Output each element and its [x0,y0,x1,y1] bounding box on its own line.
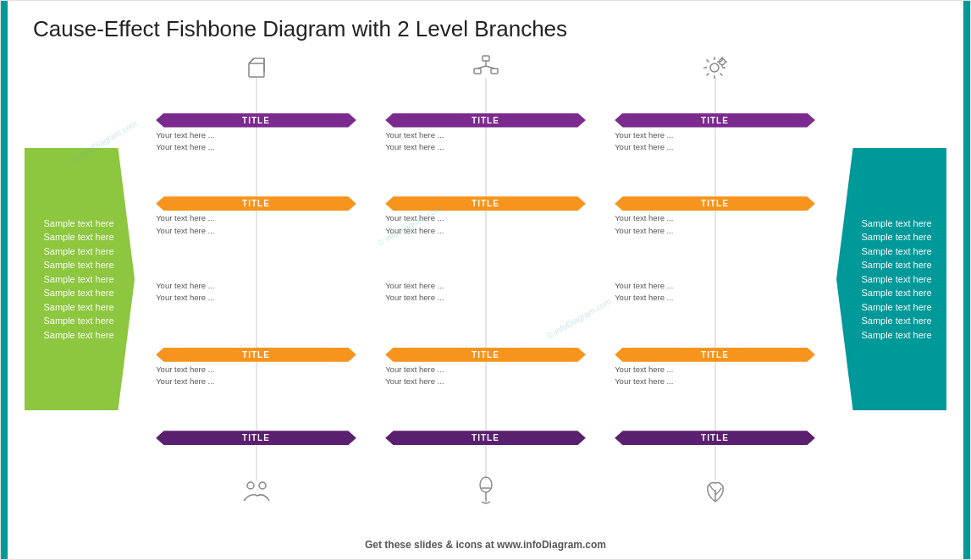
leaf-icon [698,474,732,508]
col3-lines2: Your text here ... Your text here ... [615,212,815,237]
col3-badge4: TITLE [615,348,815,362]
col1-sec4: TITLE Your text here ... Your text here … [145,348,367,388]
col2-badge5: TITLE [385,431,586,445]
col1-lines1: Your text here ... Your text here ... [156,129,356,154]
col1-sec1: TITLE Your text here ... Your text here … [145,113,367,154]
col2-sec3: Your text here ... Your text here ... [374,280,597,305]
col2-sec5: TITLE [374,431,597,445]
footer-brand: infoDiagram [523,539,582,551]
right-arrow-icon [878,106,905,139]
hierarchy-icon [469,51,503,85]
col3-sec5: TITLE [604,431,826,445]
col2-lines3: Your text here ... Your text here ... [385,280,586,305]
col3-lines1: Your text here ... Your text here ... [615,129,815,154]
slide-title: Cause-Effect Fishbone Diagram with 2 Lev… [33,16,946,42]
svg-rect-2 [249,63,264,77]
svg-rect-8 [491,69,498,74]
svg-point-12 [480,477,492,492]
col3-sec4: TITLE Your text here ... Your text here … [604,348,826,388]
col3-sec1: TITLE Your text here ... Your text here … [604,113,826,154]
svg-line-10 [477,66,486,69]
fish-col-1: TITLE Your text here ... Your text here … [141,51,371,508]
col1-lines2: Your text here ... Your text here ... [156,212,356,237]
col2-content: TITLE Your text here ... Your text here … [371,88,600,470]
left-accent [1,1,8,559]
col1-content: TITLE Your text here ... Your text here … [141,88,371,470]
col3-content: TITLE Your text here ... Your text here … [600,88,830,470]
right-chevron-text: Sample text here Sample text here Sample… [836,217,946,343]
svg-point-4 [247,482,254,489]
svg-point-15 [710,63,719,72]
col1-lines3: Your text here ... Your text here ... [156,280,356,305]
col3-badge2: TITLE [615,196,815,211]
footer-prefix: Get these slides & icons at www. [365,539,523,551]
col2-lines4: Your text here ... Your text here ... [385,364,586,388]
svg-point-5 [259,482,266,489]
fishbone-cols: TITLE Your text here ... Your text here … [141,51,830,508]
col1-badge2: TITLE [156,196,356,211]
svg-rect-7 [474,69,481,74]
col1-lines4: Your text here ... Your text here ... [156,364,356,388]
col1-sec5: TITLE [145,431,367,445]
col2-sec2: TITLE Your text here ... Your text here … [374,196,597,237]
col3-lines4: Your text here ... Your text here ... [615,364,815,388]
col2-lines1: Your text here ... Your text here ... [385,129,586,154]
svg-rect-18 [881,109,898,129]
col3-badge1: TITLE [615,113,815,128]
people-icon [240,474,273,508]
diagram: Sample text here Sample text here Sample… [25,51,946,508]
left-chevron: Sample text here Sample text here Sample… [25,148,135,410]
cube-icon [240,51,273,85]
col3-sec2: TITLE Your text here ... Your text here … [604,196,826,237]
col2-badge4: TITLE [385,348,586,362]
right-chevron: Sample text here Sample text here Sample… [836,148,946,410]
tool-icon [469,474,503,508]
col1-sec2: TITLE Your text here ... Your text here … [145,196,367,237]
footer-suffix: .com [582,539,606,551]
left-arrow-icon [66,106,93,139]
col3-lines3: Your text here ... Your text here ... [615,280,815,305]
right-accent [963,1,970,559]
col1-badge5: TITLE [156,431,356,445]
svg-line-3 [249,58,254,63]
col1-badge1: TITLE [156,113,356,128]
gear-icon [698,51,732,85]
col1-badge4: TITLE [156,348,356,362]
svg-line-11 [486,66,494,69]
col2-lines2: Your text here ... Your text here ... [385,212,586,237]
fish-col-2: TITLE Your text here ... Your text here … [371,51,600,508]
col2-badge2: TITLE [385,196,586,211]
col2-sec4: TITLE Your text here ... Your text here … [374,348,597,388]
svg-rect-6 [483,56,489,61]
fish-col-3: TITLE Your text here ... Your text here … [600,51,830,508]
left-chevron-text: Sample text here Sample text here Sample… [25,217,135,343]
footer: Get these slides & icons at www.infoDiag… [365,539,606,551]
col1-sec3: Your text here ... Your text here ... [145,280,367,305]
svg-rect-0 [69,109,86,129]
col3-sec3: Your text here ... Your text here ... [604,280,826,305]
col2-badge1: TITLE [385,113,586,128]
col2-sec1: TITLE Your text here ... Your text here … [374,113,597,154]
slide: Cause-Effect Fishbone Diagram with 2 Lev… [0,0,971,560]
col3-badge5: TITLE [615,431,815,445]
